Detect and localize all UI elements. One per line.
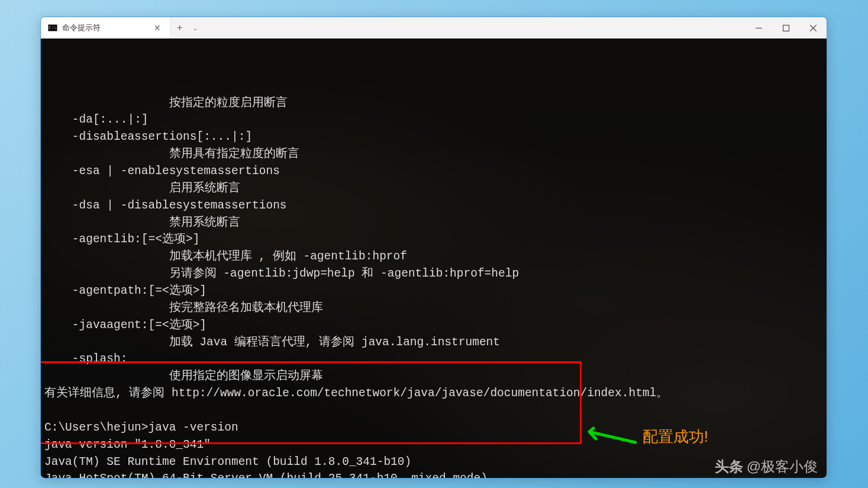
watermark-brand: 头条	[715, 457, 743, 476]
close-button[interactable]	[799, 17, 827, 38]
arrow-icon	[580, 425, 637, 448]
terminal-area[interactable]: 按指定的粒度启用断言 -da[:...|:] -disableassertion…	[41, 38, 827, 478]
maximize-button[interactable]	[772, 17, 799, 38]
svg-rect-0	[756, 28, 762, 28]
watermark-author: @极客小俊	[747, 457, 818, 476]
annotation: 配置成功!	[580, 425, 708, 448]
cmd-icon: C:\	[48, 24, 57, 31]
tab-title: 命令提示符	[62, 23, 147, 33]
svg-rect-1	[783, 25, 789, 31]
terminal-window: C:\ 命令提示符 ✕ + ⌄ 按指定的粒度启用断言 -da[:...|:] -…	[40, 17, 827, 479]
annotation-text: 配置成功!	[643, 425, 708, 448]
tab-cmd[interactable]: C:\ 命令提示符 ✕	[41, 17, 171, 38]
tab-close-button[interactable]: ✕	[151, 23, 163, 33]
tab-dropdown-button[interactable]: ⌄	[188, 25, 202, 31]
watermark: 头条 @极客小俊	[715, 457, 818, 476]
new-tab-button[interactable]: +	[171, 23, 188, 33]
titlebar: C:\ 命令提示符 ✕ + ⌄	[41, 17, 827, 38]
minimize-button[interactable]	[745, 17, 772, 38]
window-controls	[745, 17, 827, 38]
terminal-output: 按指定的粒度启用断言 -da[:...|:] -disableassertion…	[44, 95, 823, 478]
